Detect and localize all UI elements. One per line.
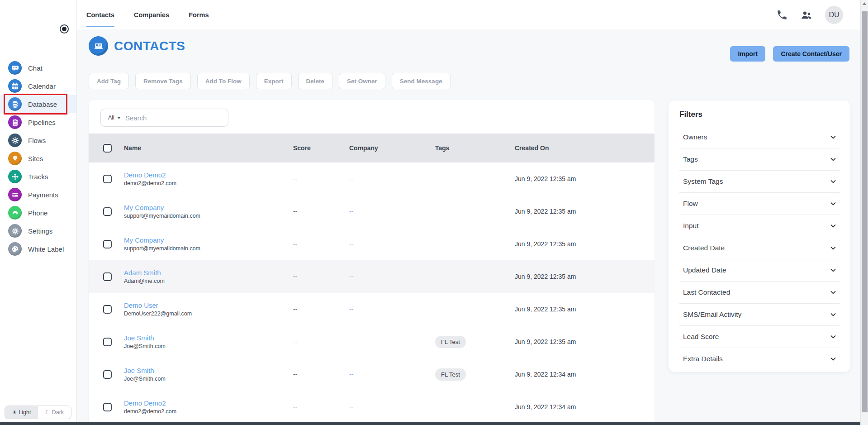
row-checkbox[interactable] xyxy=(103,370,112,379)
row-checkbox[interactable] xyxy=(103,207,112,216)
sidebar-item[interactable]: Phone xyxy=(0,204,76,222)
search-input[interactable] xyxy=(125,114,207,122)
row-checkbox[interactable] xyxy=(103,175,112,183)
name-cell: Demo User DemoUser222@gmail.com xyxy=(124,301,293,317)
users-icon[interactable] xyxy=(800,9,813,21)
row-checkbox[interactable] xyxy=(103,338,112,346)
filters-title: Filters xyxy=(669,100,850,126)
contact-name-link[interactable]: Demo Demo2 xyxy=(124,171,293,179)
score-cell: -- xyxy=(293,175,349,182)
create-contact-user-button[interactable]: Create Contact/User xyxy=(773,46,849,62)
tab[interactable]: Forms xyxy=(189,0,209,29)
filter-section[interactable]: Extra Details xyxy=(679,348,840,370)
contact-email: Adam@me.com xyxy=(124,278,293,284)
bulk-action-button[interactable]: Add Tag xyxy=(89,73,129,89)
filter-section[interactable]: System Tags xyxy=(679,170,840,192)
tab[interactable]: Companies xyxy=(134,0,169,29)
name-cell: Joe Smith Joe@Smith.com xyxy=(124,334,293,349)
created-on-cell: Jun 9, 2022 12:34 am xyxy=(515,371,655,378)
sidebar-item[interactable]: White Label xyxy=(0,240,76,258)
score-cell: -- xyxy=(293,338,349,345)
company-cell[interactable]: -- xyxy=(349,273,435,280)
bulk-action-button[interactable]: Remove Tags xyxy=(135,73,191,89)
filter-section[interactable]: Last Contacted xyxy=(679,281,840,303)
table-row: Demo Demo2 demo2@demo2.com -- -- Jun 9, … xyxy=(89,162,655,195)
app-window: Chat Calendar Database Pipeli xyxy=(0,0,868,425)
bulk-action-button[interactable]: Export xyxy=(256,73,292,89)
import-button[interactable]: Import xyxy=(730,46,765,62)
created-on-cell: Jun 9, 2022 12:35 am xyxy=(515,175,655,182)
filter-section-label: Last Contacted xyxy=(683,288,730,296)
sidebar-item[interactable]: Settings xyxy=(0,222,76,240)
sidebar-item[interactable]: Pipelines xyxy=(0,113,76,131)
theme-light-label: Light xyxy=(19,409,31,415)
filter-section[interactable]: Updated Date xyxy=(679,259,840,281)
score-cell: -- xyxy=(293,240,349,248)
bulk-action-button[interactable]: Send Message xyxy=(392,73,451,89)
filter-section[interactable]: Tags xyxy=(679,148,840,170)
sidebar-item[interactable]: Calendar xyxy=(0,77,76,95)
score-cell: -- xyxy=(293,273,349,280)
filter-section[interactable]: Flow xyxy=(679,192,840,215)
row-checkbox[interactable] xyxy=(103,272,112,281)
vertical-scrollbar-thumb[interactable] xyxy=(862,11,868,412)
contact-name-link[interactable]: Demo Demo2 xyxy=(124,399,293,407)
tab[interactable]: Contacts xyxy=(86,0,114,29)
filter-section[interactable]: SMS/Email Activity xyxy=(679,303,840,325)
filter-section-label: Input xyxy=(683,222,698,230)
contact-name-link[interactable]: Joe Smith xyxy=(124,367,293,374)
row-checkbox[interactable] xyxy=(103,240,112,248)
sidebar-item-label: Payments xyxy=(28,191,58,199)
phone-icon[interactable] xyxy=(776,9,788,21)
search-scope-dropdown[interactable]: All xyxy=(101,115,125,121)
select-all-checkbox[interactable] xyxy=(103,144,112,153)
name-cell: Adam Smith Adam@me.com xyxy=(124,269,293,284)
sidebar-item[interactable]: Payments xyxy=(0,186,76,204)
sidebar-item[interactable]: Tracks xyxy=(0,167,76,186)
contact-name-link[interactable]: Demo User xyxy=(124,301,293,309)
theme-light-button[interactable]: ☀ Light xyxy=(5,406,38,419)
filter-section[interactable]: Input xyxy=(679,215,840,237)
contact-email: Joe@Smith.com xyxy=(124,376,293,382)
avatar[interactable]: DU xyxy=(825,6,843,24)
scroll-up-arrow-icon[interactable] xyxy=(863,2,866,5)
horizontal-scrollbar[interactable] xyxy=(0,422,860,425)
bulk-action-button[interactable]: Delete xyxy=(298,73,333,89)
bulk-action-button[interactable]: Add To Flow xyxy=(197,73,250,89)
company-cell[interactable]: -- xyxy=(349,240,435,248)
company-cell[interactable]: -- xyxy=(349,338,435,345)
tag-pill: FL Test xyxy=(435,336,466,348)
contact-name-link[interactable]: My Company xyxy=(124,236,293,244)
filter-section[interactable]: Owners xyxy=(679,126,840,148)
company-cell[interactable]: -- xyxy=(349,371,435,378)
page-header: CONTACTS Import Create Contact/User xyxy=(89,36,860,57)
contact-name-link[interactable]: Joe Smith xyxy=(124,334,293,342)
company-cell[interactable]: -- xyxy=(349,208,435,215)
row-checkbox[interactable] xyxy=(103,403,112,411)
row-checkbox[interactable] xyxy=(103,305,112,314)
vertical-scrollbar[interactable] xyxy=(860,0,868,425)
theme-dark-button[interactable]: ☾ Dark xyxy=(38,406,71,419)
sidebar-item-icon xyxy=(8,224,22,238)
table-row: Joe Smith Joe@Smith.com -- -- FL Test Ju… xyxy=(89,325,655,358)
topbar: Contacts Companies Forms DU xyxy=(77,0,860,29)
chevron-down-icon xyxy=(830,134,837,141)
company-cell[interactable]: -- xyxy=(349,175,435,182)
tag-pill: FL Test xyxy=(435,368,466,381)
company-cell[interactable]: -- xyxy=(349,403,435,411)
sidebar-item[interactable]: Database xyxy=(0,95,76,113)
main-area: Contacts Companies Forms DU CONTA xyxy=(77,0,860,425)
sidebar-item[interactable]: Flows xyxy=(0,131,76,149)
sidebar-item-label: Pipelines xyxy=(28,119,56,126)
sidebar-collapse-toggle[interactable] xyxy=(60,24,69,33)
filters-panel: Filters Owners Tags System Tags xyxy=(669,100,850,372)
contact-name-link[interactable]: My Company xyxy=(124,204,293,211)
chevron-down-icon xyxy=(830,156,837,163)
filter-section[interactable]: Created Date xyxy=(679,237,840,259)
contact-name-link[interactable]: Adam Smith xyxy=(124,269,293,277)
company-cell[interactable]: -- xyxy=(349,306,435,313)
bulk-action-button[interactable]: Set Owner xyxy=(339,73,385,89)
filter-section[interactable]: Lead Score xyxy=(679,325,840,348)
sidebar-item[interactable]: Sites xyxy=(0,149,76,167)
sidebar-item[interactable]: Chat xyxy=(0,59,76,77)
